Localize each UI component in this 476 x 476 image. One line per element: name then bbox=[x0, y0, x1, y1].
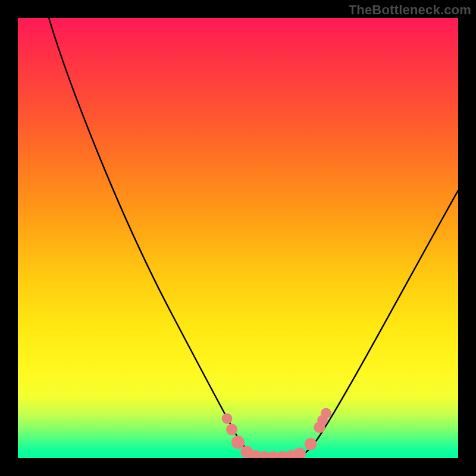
plot-area bbox=[18, 18, 458, 458]
data-marker bbox=[267, 451, 280, 458]
data-marker bbox=[276, 451, 289, 458]
watermark-text: TheBottleneck.com bbox=[349, 2, 471, 18]
data-marker bbox=[317, 415, 328, 426]
data-marker bbox=[321, 408, 331, 419]
data-marker bbox=[240, 446, 253, 458]
data-marker bbox=[222, 414, 233, 424]
chart-root: TheBottleneck.com bbox=[0, 0, 476, 476]
data-marker bbox=[284, 450, 297, 458]
data-marker bbox=[293, 447, 306, 458]
valley-floor bbox=[257, 457, 298, 458]
data-marker bbox=[231, 436, 245, 449]
left-branch bbox=[49, 18, 257, 457]
data-marker bbox=[305, 438, 317, 450]
data-marker bbox=[226, 424, 237, 435]
data-marker bbox=[258, 451, 271, 458]
right-branch bbox=[298, 190, 458, 457]
data-marker bbox=[314, 422, 325, 433]
curve-layer bbox=[18, 18, 458, 458]
marker-group bbox=[222, 408, 331, 458]
data-marker bbox=[249, 450, 262, 458]
